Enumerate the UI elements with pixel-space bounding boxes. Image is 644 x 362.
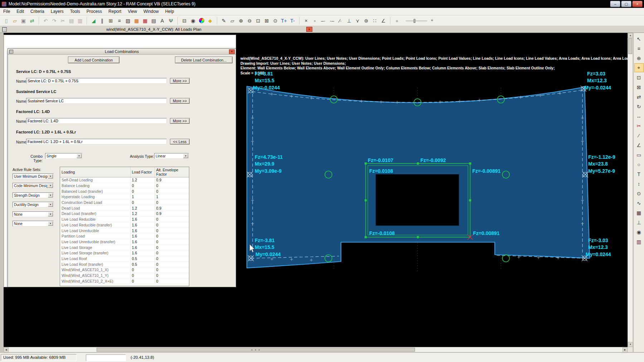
selection-handle[interactable] bbox=[417, 236, 419, 238]
alt-envelope-factor-cell[interactable]: 0 bbox=[155, 273, 189, 278]
loading-name-cell[interactable]: Balance Loading bbox=[60, 183, 130, 189]
rectangle-tool-icon[interactable]: ▭ bbox=[634, 150, 644, 159]
mesh-view-icon[interactable]: ▦ bbox=[141, 16, 149, 25]
paste-icon[interactable]: ▥ bbox=[76, 16, 84, 25]
horizontal-scroll-thumb[interactable]: ● ● ● bbox=[97, 348, 415, 352]
scroll-down-icon[interactable]: ▼ bbox=[628, 342, 633, 347]
alt-envelope-factor-cell[interactable]: 0 bbox=[155, 228, 189, 234]
close-button[interactable]: × bbox=[632, 1, 643, 7]
open-file-icon[interactable]: ▱ bbox=[11, 16, 19, 25]
loading-name-cell[interactable]: Hyperstatic Loading bbox=[60, 194, 130, 200]
load-factor-cell[interactable]: 0 bbox=[130, 267, 155, 273]
scroll-up-icon[interactable]: ▲ bbox=[628, 33, 633, 38]
rule-set-select-4[interactable]: Ductility Design▼ bbox=[13, 202, 54, 207]
loading-column-header[interactable]: Loading bbox=[60, 167, 130, 177]
selection-handle[interactable] bbox=[365, 236, 367, 238]
zoom-previous-icon[interactable]: ⊙ bbox=[271, 16, 279, 25]
loading-name-cell[interactable]: Live Load Reducible (transfer) bbox=[60, 222, 130, 228]
dialog-close-icon[interactable]: × bbox=[229, 49, 235, 54]
load-factor-row[interactable]: Live Load Storage (transfer)1.60 bbox=[60, 250, 189, 256]
load-factor-cell[interactable]: 0 bbox=[130, 278, 155, 284]
plot-colors-icon[interactable] bbox=[197, 16, 206, 25]
loading-name-cell[interactable]: Wind(Wind_ASCE710_1_Y) bbox=[60, 273, 130, 278]
alt-envelope-factor-cell[interactable]: 0 bbox=[155, 222, 189, 228]
chevron-down-icon[interactable]: ▼ bbox=[48, 193, 53, 197]
load-factor-row[interactable]: Wind(Wind_ASCE710_1_Y)00 bbox=[60, 273, 189, 278]
selection-handle[interactable] bbox=[365, 199, 367, 201]
load-factor-cell[interactable]: 1.6 bbox=[130, 228, 155, 234]
menu-edit[interactable]: Edit bbox=[13, 8, 27, 15]
select-tool-icon[interactable]: ↖ bbox=[634, 34, 644, 43]
chevron-down-icon[interactable]: ▼ bbox=[48, 174, 53, 178]
load-factor-row[interactable]: Self-Dead Loading1.20.9 bbox=[60, 177, 189, 183]
load-factor-row[interactable]: Dead Load (transfer)1.20.9 bbox=[60, 211, 189, 217]
tendon-icon[interactable]: ∥ bbox=[98, 16, 106, 25]
menu-criteria[interactable]: Criteria bbox=[27, 8, 48, 15]
more-toggle-button[interactable]: More >> bbox=[170, 98, 190, 104]
materials-icon[interactable]: ◆ bbox=[206, 16, 214, 25]
snap-branch-icon[interactable]: ⋎ bbox=[353, 16, 362, 25]
load-factor-row[interactable]: Live Load Reducible (transfer)1.60 bbox=[60, 222, 189, 228]
snap-angle-icon[interactable]: ∠ bbox=[379, 16, 387, 25]
loading-name-cell[interactable]: Live Load Reducible bbox=[60, 216, 130, 222]
chevron-down-icon[interactable]: ▼ bbox=[48, 184, 53, 188]
column-tool-icon[interactable]: ◉ bbox=[634, 228, 644, 236]
chevron-down-icon[interactable]: ▼ bbox=[183, 154, 188, 158]
alt-envelope-factor-cell[interactable]: 0.9 bbox=[155, 205, 189, 211]
delete-load-combination-button[interactable]: Delete Load Combination... bbox=[175, 57, 233, 63]
alt-envelope-factor-cell[interactable]: 0 bbox=[155, 200, 189, 205]
load-factor-row[interactable]: Construction Dead Load00 bbox=[60, 200, 189, 205]
load-factor-row[interactable]: Live Load Reducible1.60 bbox=[60, 216, 189, 222]
loading-name-cell[interactable]: Live Load Storage (transfer) bbox=[60, 250, 130, 256]
dimension-tool-icon[interactable]: ↕ bbox=[634, 179, 644, 188]
mirror-tool-icon[interactable]: ⇄ bbox=[634, 92, 644, 101]
alt-envelope-factor-cell[interactable]: 0 bbox=[155, 250, 189, 256]
pan-tool-icon[interactable]: ⌖ bbox=[634, 63, 644, 72]
loading-name-cell[interactable]: Partition Load bbox=[60, 233, 130, 239]
selection-indicator-icon[interactable]: ● bbox=[393, 16, 401, 25]
load-factor-cell[interactable]: 1.2 bbox=[130, 205, 155, 211]
load-factor-row[interactable]: Hyperstatic Loading11 bbox=[60, 194, 189, 200]
lc-name-input[interactable] bbox=[26, 78, 167, 84]
document-close-icon[interactable]: × bbox=[306, 27, 312, 32]
menu-process[interactable]: Process bbox=[83, 8, 105, 15]
vertical-scrollbar[interactable]: ▲ ▼ bbox=[628, 33, 633, 347]
load-factor-row[interactable]: Balanced Load (transfer)00 bbox=[60, 189, 189, 194]
load-factor-row[interactable]: Wind(Wind_ASCE710_2_X+E)00 bbox=[60, 278, 189, 284]
redo-icon[interactable]: ↷ bbox=[50, 16, 58, 25]
slab-opening[interactable] bbox=[376, 174, 459, 226]
menu-tools[interactable]: Tools bbox=[67, 8, 83, 15]
combo-type-select[interactable]: Single ▼ bbox=[45, 153, 82, 159]
snap-midpoint-icon[interactable]: –· bbox=[319, 16, 327, 25]
opacity-slider[interactable]: + bbox=[404, 17, 434, 25]
save-file-icon[interactable]: ▣ bbox=[19, 16, 28, 25]
load-factor-row[interactable]: Wind(Wind_ASCE710_1_X)00 bbox=[60, 267, 189, 273]
snap-point-icon[interactable]: ▫ bbox=[311, 16, 319, 25]
alt-envelope-factor-cell[interactable]: 0 bbox=[155, 239, 189, 245]
load-factor-cell[interactable]: 0.5 bbox=[130, 261, 155, 267]
chevron-down-icon[interactable]: ▼ bbox=[48, 202, 53, 207]
loading-name-cell[interactable]: Live Load Roof bbox=[60, 256, 130, 261]
menu-file[interactable]: File bbox=[0, 8, 13, 15]
loading-name-cell[interactable]: Self-Dead Loading bbox=[60, 177, 130, 183]
wall-tool-icon[interactable]: ▥ bbox=[634, 237, 644, 246]
add-load-combination-button[interactable]: Add Load Combination bbox=[68, 57, 119, 63]
point-load-tool-icon[interactable]: ⊙ bbox=[634, 189, 644, 198]
rule-set-select-5[interactable]: None▼ bbox=[13, 211, 54, 217]
load-factor-row[interactable]: Live Load Unreducible (transfer)1.60 bbox=[60, 239, 189, 245]
alt-envelope-factor-cell[interactable]: 0 bbox=[155, 256, 189, 261]
analysis-type-select[interactable]: Linear ▼ bbox=[154, 153, 189, 159]
load-path-icon[interactable]: Ψ bbox=[167, 16, 175, 25]
alt-envelope-factor-cell[interactable]: 0 bbox=[155, 216, 189, 222]
alt-envelope-factor-cell[interactable]: 0 bbox=[155, 233, 189, 239]
more-toggle-button[interactable]: More >> bbox=[170, 118, 190, 124]
zoom-extents-icon[interactable]: ⊠ bbox=[263, 16, 271, 25]
zoom-window-icon[interactable]: ⊡ bbox=[254, 16, 262, 25]
loading-name-cell[interactable]: Dead Load (transfer) bbox=[60, 211, 130, 217]
report-icon[interactable]: ▤ bbox=[150, 16, 158, 25]
load-factor-cell[interactable]: 1.6 bbox=[130, 222, 155, 228]
area-load-tool-icon[interactable]: ▦ bbox=[634, 208, 644, 217]
load-factor-cell[interactable]: 1.2 bbox=[130, 177, 155, 183]
load-factor-cell[interactable]: 0.5 bbox=[130, 256, 155, 261]
load-factor-cell[interactable]: 0 bbox=[130, 183, 155, 189]
